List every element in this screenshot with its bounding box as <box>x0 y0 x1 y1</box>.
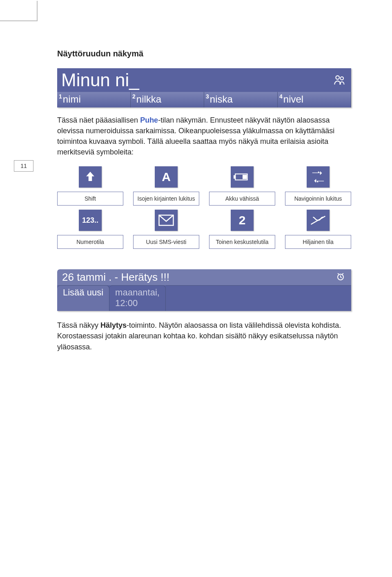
cell-capslock: A <box>133 166 199 188</box>
page-number: 11 <box>14 160 33 172</box>
paragraph-1: Tässä näet pääasiallisen Puhe-tilan näky… <box>57 115 351 157</box>
cell-numbers: 123.. <box>57 210 123 231</box>
content-area: Näyttöruudun näkymä Minun ni_ 1nimi 2nil… <box>57 49 351 352</box>
puhe-keyword: Puhe <box>140 116 158 124</box>
screen1-tab-2: 2nilkka <box>131 92 204 107</box>
icon-legend-grid: A Shift Isoje <box>57 166 351 249</box>
battery-low-icon <box>231 166 254 188</box>
screen-preview-puhe: Minun ni_ 1nimi 2nilkka 3niska 4nivel <box>57 68 351 107</box>
label-navlock: Navigoinnin lukitus <box>285 192 351 206</box>
nav-lock-icon <box>307 166 330 188</box>
screen1-titlebar: Minun ni_ <box>57 68 351 92</box>
label-capslock: Isojen kirjainten lukitus <box>133 192 199 206</box>
screen1-tabs: 1nimi 2nilkka 3niska 4nivel <box>57 92 351 107</box>
people-icon <box>332 72 348 88</box>
screen1-title: Minun ni_ <box>60 68 140 92</box>
screen-preview-alarm: 26 tammi . - Herätys !!! Lisää uusi maan… <box>57 269 351 311</box>
svg-point-0 <box>336 76 339 79</box>
screen2-tab-monday: maanantai, 12:00 <box>109 285 166 311</box>
sms-icon <box>155 210 178 231</box>
cell-sms <box>133 210 199 231</box>
alarm-clock-icon <box>336 272 347 283</box>
label-second-convo: Toinen keskustelutila <box>209 235 275 249</box>
silent-icon <box>307 210 330 231</box>
cell-battery <box>209 166 275 188</box>
screen1-tab-1: 1nimi <box>57 92 131 107</box>
cell-navlock <box>285 166 351 188</box>
section-heading: Näyttöruudun näkymä <box>57 49 351 58</box>
cell-shift <box>57 166 123 188</box>
svg-point-1 <box>341 77 343 80</box>
svg-rect-3 <box>234 176 235 178</box>
label-shift: Shift <box>57 192 123 206</box>
screen2-tab-spacer <box>166 285 351 311</box>
crop-marks <box>0 20 37 45</box>
screen2-title: 26 tammi . - Herätys !!! <box>61 270 170 284</box>
halytys-keyword: Hälytys <box>100 321 127 329</box>
screen2-tabs: Lisää uusi maanantai, 12:00 <box>57 285 351 311</box>
capslock-icon: A <box>155 166 178 188</box>
second-convo-icon: 2 <box>231 210 254 231</box>
manual-page: 11 Näyttöruudun näkymä Minun ni_ 1nimi 2… <box>0 0 392 577</box>
svg-rect-4 <box>243 175 246 179</box>
screen1-tab-4: 4nivel <box>278 92 351 107</box>
screen2-tab-add: Lisää uusi <box>57 285 109 311</box>
screen1-tab-3: 3niska <box>204 92 278 107</box>
paragraph-2: Tässä näkyy Hälytys-toiminto. Näytön ala… <box>57 320 351 352</box>
label-silent: Hiljainen tila <box>285 235 351 249</box>
label-battery: Akku vähissä <box>209 192 275 206</box>
shift-icon <box>79 166 102 188</box>
label-sms: Uusi SMS-viesti <box>133 235 199 249</box>
cell-silent <box>285 210 351 231</box>
numbers-icon: 123.. <box>79 210 102 231</box>
label-numbers: Numerotila <box>57 235 123 249</box>
screen2-titlebar: 26 tammi . - Herätys !!! <box>57 269 351 285</box>
cell-second-convo: 2 <box>209 210 275 231</box>
